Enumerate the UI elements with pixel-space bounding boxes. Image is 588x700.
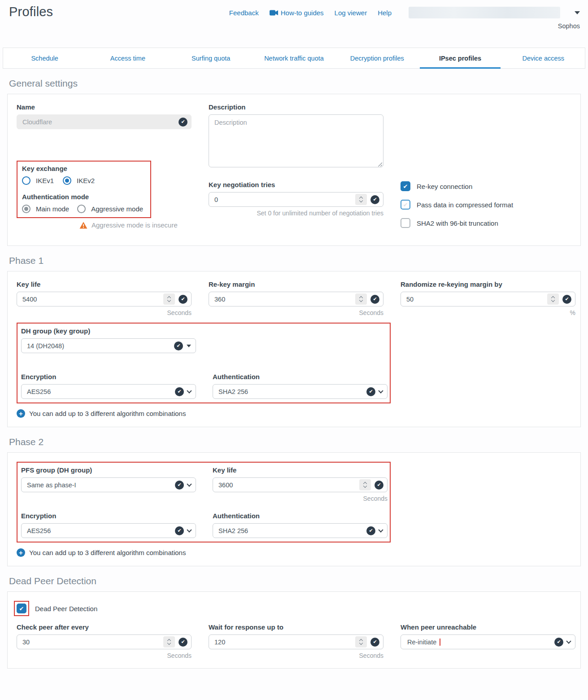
phase2-authentication-label: Authentication <box>213 512 388 520</box>
phase1-algorithms-annotation-box: DH group (key group) 14 (DH2048) ✔ Encry… <box>17 323 391 403</box>
phase1-encryption-label: Encryption <box>21 373 196 381</box>
phase1-encryption-select[interactable]: AES256 ✔ <box>21 384 196 399</box>
valid-check-icon: ✔ <box>179 638 187 647</box>
key-negotiation-tries-label: Key negotiation tries <box>209 181 383 188</box>
dh-group-select[interactable]: 14 (DH2048) ✔ <box>21 338 196 353</box>
video-camera-icon <box>270 10 278 16</box>
randomize-margin-input[interactable]: 50 ✔ <box>401 292 575 306</box>
phase2-authentication-select[interactable]: SHA2 256 ✔ <box>213 523 388 538</box>
when-peer-unreachable-select[interactable]: Re-initiate ✔ <box>401 634 575 649</box>
number-stepper[interactable] <box>547 293 559 305</box>
general-settings-heading: General settings <box>9 78 581 89</box>
ikev2-label: IKEv2 <box>77 177 95 184</box>
dh-group-label: DH group (key group) <box>21 327 196 335</box>
dropdown-chevron-icon <box>566 639 571 643</box>
number-stepper[interactable] <box>355 293 367 305</box>
ikev2-radio[interactable] <box>63 176 71 185</box>
phase2-encryption-label: Encryption <box>21 512 196 520</box>
key-exchange-annotation-box: Key exchange IKEv1 IKEv2 Authentication … <box>17 161 151 218</box>
valid-check-icon: ✔ <box>375 481 383 490</box>
aggressive-mode-label: Aggressive mode <box>91 205 143 213</box>
reinitiate-annotation-box: Re-initiate <box>406 639 440 646</box>
dropdown-chevron-icon <box>378 388 383 393</box>
howto-guides-link[interactable]: How-to guides <box>270 9 324 17</box>
pfs-group-label: PFS group (DH group) <box>21 466 196 474</box>
number-stepper[interactable] <box>359 479 371 490</box>
pass-data-compressed-checkbox[interactable]: ✔ <box>401 200 410 210</box>
dpd-heading: Dead Peer Detection <box>9 576 581 586</box>
general-settings-panel: Name Cloudflare ✔ Key exchange IKEv1 IKE… <box>7 94 581 246</box>
aggressive-mode-warning: Aggressive mode is insecure <box>91 221 178 229</box>
seconds-unit: Seconds <box>17 652 192 659</box>
ikev1-label: IKEv1 <box>36 177 54 184</box>
account-dropdown-caret-icon[interactable] <box>575 11 580 14</box>
wait-response-input[interactable]: 120 ✔ <box>209 634 383 649</box>
seconds-unit: Seconds <box>209 309 383 316</box>
help-link[interactable]: Help <box>378 9 392 17</box>
phase1-key-life-label: Key life <box>17 280 192 288</box>
seconds-unit: Seconds <box>17 309 192 316</box>
tab-decryption-profiles[interactable]: Decryption profiles <box>335 48 418 68</box>
number-stepper[interactable] <box>163 293 175 305</box>
dropdown-chevron-icon <box>187 527 192 532</box>
check-peer-label: Check peer after every <box>17 623 192 631</box>
main-mode-label: Main mode <box>36 205 69 213</box>
name-label: Name <box>17 103 192 111</box>
valid-check-icon: ✔ <box>554 638 563 647</box>
dropdown-chevron-icon <box>187 388 192 393</box>
valid-check-icon: ✔ <box>562 295 571 304</box>
phase1-note: You can add up to 3 different algorithm … <box>29 410 186 417</box>
phase2-panel: PFS group (DH group) Same as phase-I ✔ .… <box>7 452 581 566</box>
number-stepper[interactable] <box>163 636 175 648</box>
dropdown-caret-icon <box>187 345 191 347</box>
percent-unit: % <box>401 309 575 316</box>
name-input: Cloudflare ✔ <box>17 114 192 129</box>
log-viewer-link[interactable]: Log viewer <box>335 9 367 17</box>
randomize-margin-label: Randomize re-keying margin by <box>401 280 575 288</box>
valid-check-icon: ✔ <box>366 526 375 535</box>
pass-data-compressed-label: Pass data in compressed format <box>417 201 513 209</box>
phase1-key-life-input[interactable]: 5400 ✔ <box>17 292 192 306</box>
tab-network-traffic-quota[interactable]: Network traffic quota <box>253 48 335 68</box>
number-stepper[interactable] <box>355 194 367 205</box>
sha2-truncation-checkbox[interactable] <box>401 218 410 228</box>
phase2-key-life-input[interactable]: 3600 ✔ <box>213 477 388 492</box>
rekey-margin-input[interactable]: 360 ✔ <box>209 292 383 306</box>
tab-surfing-quota[interactable]: Surfing quota <box>170 48 253 68</box>
valid-check-icon: ✔ <box>175 481 184 490</box>
rekey-connection-checkbox[interactable]: ✔ <box>401 181 410 191</box>
description-textarea[interactable] <box>209 114 383 167</box>
aggressive-mode-radio[interactable] <box>77 205 86 213</box>
phase2-encryption-select[interactable]: AES256 ✔ <box>21 523 196 538</box>
authentication-mode-label: Authentication mode <box>22 193 146 201</box>
valid-check-icon: ✔ <box>179 295 187 304</box>
wait-response-label: Wait for response up to <box>209 623 383 631</box>
description-label: Description <box>209 103 383 111</box>
account-name-redacted <box>409 7 560 18</box>
key-exchange-label: Key exchange <box>22 165 146 172</box>
feedback-link[interactable]: Feedback <box>229 9 259 17</box>
phase1-authentication-label: Authentication <box>213 373 388 381</box>
warning-triangle-icon <box>79 222 87 229</box>
tab-device-access[interactable]: Device access <box>502 48 585 68</box>
tab-ipsec-profiles[interactable]: IPsec profiles <box>418 48 501 68</box>
valid-check-icon: ✔ <box>175 387 184 396</box>
tab-access-time[interactable]: Access time <box>86 48 169 68</box>
key-negotiation-tries-input[interactable]: 0 ✔ <box>209 192 383 207</box>
pfs-group-select[interactable]: Same as phase-I ✔ <box>21 477 196 492</box>
add-combination-icon[interactable]: + <box>17 409 25 418</box>
ikev1-radio[interactable] <box>22 176 30 185</box>
dead-peer-detection-checkbox[interactable]: ✔ <box>17 604 26 613</box>
phase2-key-life-label: Key life <box>213 466 388 474</box>
phase1-authentication-select[interactable]: SHA2 256 ✔ <box>213 384 388 399</box>
valid-check-icon: ✔ <box>175 526 184 535</box>
add-combination-icon[interactable]: + <box>17 548 25 557</box>
check-peer-input[interactable]: 30 ✔ <box>17 634 192 649</box>
number-stepper[interactable] <box>355 636 367 648</box>
valid-check-icon: ✔ <box>370 195 379 204</box>
dead-peer-detection-label: Dead Peer Detection <box>35 605 97 612</box>
tab-schedule[interactable]: Schedule <box>3 48 86 68</box>
main-mode-radio[interactable] <box>22 205 30 213</box>
profiles-tabbar: Schedule Access time Surfing quota Netwo… <box>3 48 585 69</box>
brand-label: Sophos <box>558 22 580 30</box>
